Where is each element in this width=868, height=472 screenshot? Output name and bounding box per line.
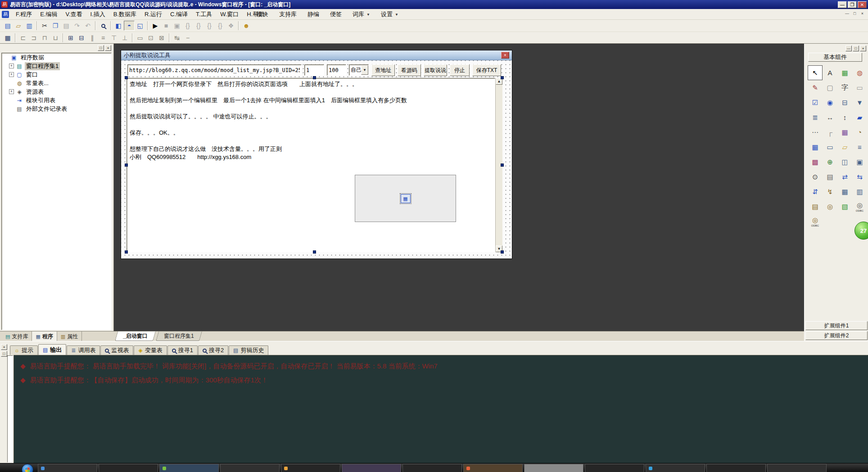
mdi-close-button[interactable]: × [859, 10, 866, 17]
rich-edit-component[interactable]: ✎ [808, 80, 823, 95]
server-socket-component[interactable]: ⇆ [852, 169, 867, 184]
chevron-down-icon[interactable]: ▼ [366, 13, 370, 17]
taskbar-button-13[interactable] [767, 464, 827, 472]
internet-component[interactable]: ⊕ [823, 154, 837, 169]
same-size-button[interactable]: ⊟ [76, 33, 87, 43]
taskbar-button-1[interactable] [38, 464, 97, 472]
odbc-component[interactable]: ◎ODBC [852, 199, 867, 214]
film-strip-component[interactable]: ▦ [837, 125, 852, 140]
form-button-停止[interactable]: 停止 [450, 64, 470, 76]
form-button-保存TXT[interactable]: 保存TXT [472, 64, 501, 76]
tree-item-模块引用表[interactable]: +⇥模块引用表 [2, 96, 111, 104]
same-width-button[interactable]: ⊞ [65, 33, 76, 43]
list-combo-component[interactable]: ⊟ [837, 95, 852, 110]
split-panel-component[interactable]: ◫ [837, 154, 852, 169]
document-component[interactable]: ≡ [852, 140, 867, 154]
label-component[interactable]: A [823, 65, 837, 80]
page-count-input[interactable] [327, 64, 346, 76]
database-component[interactable]: ◎ [823, 199, 837, 214]
menu-item-E[interactable]: E.编辑 [36, 9, 61, 20]
frame-component[interactable]: ┌ [823, 125, 837, 140]
extended-components-tab-1[interactable]: 扩展组件1 [805, 321, 868, 330]
scope-combobox[interactable]: 自己 ▼ [349, 64, 369, 76]
save-button[interactable]: ▥ [24, 21, 35, 31]
plugin-menu-便签[interactable]: 便签 [325, 9, 347, 20]
chevron-down-icon[interactable]: ▼ [395, 13, 398, 17]
client-socket-component[interactable]: ⇄ [837, 169, 852, 184]
list-view-component[interactable]: ≣ [808, 110, 823, 125]
output-tab-搜寻1[interactable]: 搜寻1 [167, 345, 198, 355]
form-title-bar[interactable]: 小刚提取说说工具 × [121, 50, 512, 60]
tree-expand-icon[interactable]: + [9, 64, 14, 68]
plugin-menu-静编[interactable]: 静编 [302, 9, 325, 20]
selection-handle[interactable] [125, 76, 128, 79]
menu-item-I[interactable]: I.插入 [86, 9, 109, 20]
image-box-component[interactable]: ▧ [837, 199, 852, 214]
chevron-down-icon[interactable]: ▼ [361, 65, 368, 75]
selection-handle[interactable] [313, 250, 316, 254]
taskbar-button-9[interactable] [524, 464, 583, 472]
taskbar-button-8[interactable] [463, 464, 523, 472]
selection-handle[interactable] [125, 250, 128, 254]
form-canvas[interactable]: 自己 ▼ 查地址 打开一个网页你登录下 然后打开你的说说页面选项 上面就有地址了… [121, 60, 512, 259]
form-button-查地址[interactable]: 查地址 [371, 64, 395, 76]
panel-restore-button[interactable]: □ [98, 45, 104, 51]
minimize-button[interactable]: — [838, 1, 847, 8]
form-button-提取说说[interactable]: 提取说说 [424, 64, 447, 76]
color-palette-component[interactable]: ▩ [808, 154, 823, 169]
tree-item-窗口程序集1[interactable]: +▤窗口程序集1 [2, 62, 111, 70]
shape-group-component[interactable]: ◍ [852, 65, 867, 80]
components-panel-title[interactable]: 基本组件 [808, 53, 862, 62]
layout-top-button[interactable]: ◓ [124, 21, 135, 31]
tree-expand-icon[interactable]: + [9, 72, 14, 77]
panel-tab-属性[interactable]: ▥属性 [57, 331, 82, 341]
picture-box-icon[interactable]: ▦ [401, 194, 411, 203]
selection-handle[interactable] [313, 76, 316, 79]
taskbar-button-4[interactable] [220, 464, 280, 472]
tree-item-外部文件记录表[interactable]: +▤外部文件记录表 [2, 104, 111, 113]
form-close-button[interactable]: × [501, 52, 509, 59]
panel-tab-程序[interactable]: ▦程序 [32, 331, 57, 341]
menu-item-F[interactable]: F.程序 [12, 9, 36, 20]
data-file-component[interactable]: ▤ [808, 199, 823, 214]
odbc-db-component[interactable]: ◎ODBC [808, 214, 823, 229]
components-pin-button[interactable]: — [845, 45, 852, 51]
selection-handle[interactable] [125, 163, 128, 167]
form-button-看源码[interactable]: 看源码 [398, 64, 421, 76]
printer-component[interactable]: ▤ [823, 169, 837, 184]
restore-button[interactable]: ❐ [848, 1, 857, 8]
tree-item-常量表...[interactable]: +◍常量表... [2, 79, 111, 87]
taskbar-button-12[interactable] [706, 464, 766, 472]
output-restore-button[interactable]: □ [1, 351, 7, 357]
open-file-button[interactable]: ▱ [13, 21, 24, 31]
run-button[interactable]: ▶ [150, 21, 161, 31]
menu-item-C[interactable]: C.编译 [166, 9, 192, 20]
static-text-component[interactable]: 字 [837, 80, 852, 95]
updown-component[interactable]: ↕ [837, 110, 852, 125]
tree-item-程序数据[interactable]: +▣程序数据 [2, 53, 111, 62]
plugin-menu-支持库[interactable]: 支持库 [274, 9, 302, 20]
menu-item-T[interactable]: T.工具 [192, 9, 216, 20]
taskbar-button-2[interactable] [99, 464, 158, 472]
picture-box[interactable]: ▦ [355, 175, 456, 222]
output-tab-监视表[interactable]: 监视表 [100, 345, 133, 355]
output-tab-调用表[interactable]: ≣调用表 [67, 345, 100, 355]
taskbar-button-6[interactable] [342, 464, 401, 472]
window-ex-component[interactable]: ▣ [852, 154, 867, 169]
panel-component[interactable]: ▭ [852, 80, 867, 95]
menu-item-B[interactable]: B.数据库 [109, 9, 140, 20]
output-tab-剪辑历史[interactable]: ▤剪辑历史 [229, 345, 268, 355]
selection-handle[interactable] [501, 163, 504, 167]
mdi-tab-窗口程序集1[interactable]: 窗口程序集1 [156, 331, 202, 341]
selection-handle[interactable] [501, 250, 504, 254]
data-grid-component[interactable]: ▦ [837, 184, 852, 199]
card-edit-component[interactable]: ▭ [823, 140, 837, 154]
month-calendar-component[interactable]: ▦ [808, 140, 823, 154]
dial-component[interactable]: ◔ [852, 125, 867, 140]
panel-tab-支持库[interactable]: ▤支持库 [2, 331, 32, 341]
taskbar-button-7[interactable] [402, 464, 462, 472]
mdi-tab-_启动窗口[interactable]: _启动窗口 [115, 331, 156, 341]
layout-mix-button[interactable]: ◱ [135, 21, 145, 31]
menu-item-W[interactable]: W.窗口 [216, 9, 243, 20]
taskbar-button-11[interactable] [646, 464, 705, 472]
